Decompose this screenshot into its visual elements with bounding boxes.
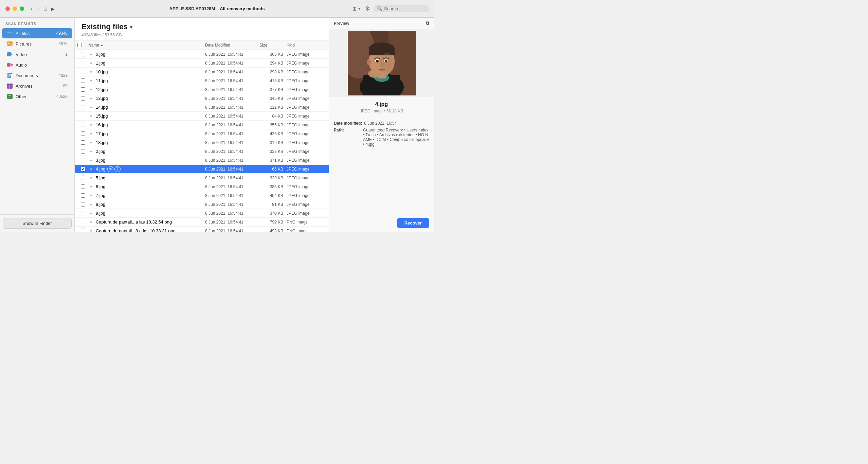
header-date[interactable]: Date Modified (205, 43, 259, 48)
row-checkbox[interactable] (81, 202, 85, 207)
sidebar-item-all-files[interactable]: All files 49346 (2, 28, 72, 38)
table-row[interactable]: ▪ 8.jpg 8 Jun 2021, 16:54:41 81 KB JPEG … (75, 200, 329, 209)
table-row[interactable]: ▪ 15.jpg 8 Jun 2021, 16:54:41 84 KB JPEG… (75, 112, 329, 121)
row-name-cell: ▪ 4.jpg 👁 ⓘ (88, 166, 205, 172)
row-checkbox[interactable] (81, 61, 85, 65)
filter-button[interactable]: ⚙ (365, 5, 370, 12)
table-row[interactable]: ▪ 1.jpg 8 Jun 2021, 16:54:41 294 KB JPEG… (75, 59, 329, 68)
table-row[interactable]: ▪ 14.jpg 8 Jun 2021, 16:54:41 212 KB JPE… (75, 103, 329, 112)
sidebar-item-documents[interactable]: Documents 4829 (2, 70, 72, 81)
sidebar-item-pictures[interactable]: Pictures 3816 (2, 39, 72, 49)
table-row[interactable]: ▪ 17.jpg 8 Jun 2021, 16:54:41 425 KB JPE… (75, 129, 329, 138)
sidebar-item-other[interactable]: Other 40620 (2, 91, 72, 102)
row-date: 8 Jun 2021, 16:54:41 (205, 61, 259, 66)
table-row[interactable]: ▪ 16.jpg 8 Jun 2021, 16:54:41 355 KB JPE… (75, 121, 329, 129)
row-date: 8 Jun 2021, 16:54:41 (205, 52, 259, 57)
row-size: 66 KB (259, 167, 287, 172)
table-row[interactable]: ▪ 12.jpg 8 Jun 2021, 16:54:41 377 KB JPE… (75, 85, 329, 94)
table-row[interactable]: ▪ 6.jpg 8 Jun 2021, 16:54:41 385 KB JPEG… (75, 182, 329, 191)
row-checkbox-cell (77, 176, 88, 180)
row-checkbox[interactable] (81, 229, 85, 232)
row-checkbox[interactable] (81, 114, 85, 118)
row-checkbox[interactable] (81, 87, 85, 92)
table-row[interactable]: ▪ 4.jpg 👁 ⓘ 8 Jun 2021, 16:54:41 66 KB J… (75, 165, 329, 174)
minimize-button[interactable] (13, 6, 17, 11)
row-checkbox[interactable] (81, 184, 85, 189)
row-filename: 13.jpg (96, 96, 108, 101)
sidebar-item-audio[interactable]: Audio (2, 60, 72, 70)
table-row[interactable]: ▪ 13.jpg 8 Jun 2021, 16:54:41 345 KB JPE… (75, 94, 329, 103)
row-checkbox[interactable] (81, 105, 85, 109)
header-kind-label: Kind (287, 43, 295, 48)
table-row[interactable]: ▪ 5.jpg 8 Jun 2021, 16:54:41 329 KB JPEG… (75, 174, 329, 182)
file-table: Name ▲ Date Modified Size Kind ▪ 0.jpg (75, 40, 329, 232)
file-icon: ▪ (88, 211, 94, 216)
header-size[interactable]: Size (259, 43, 287, 48)
row-checkbox[interactable] (81, 96, 85, 101)
home-button[interactable]: ⌂ (43, 5, 47, 12)
row-kind: PNG image (287, 220, 321, 225)
row-kind: JPEG image (287, 140, 321, 145)
row-size: 294 KB (259, 61, 287, 66)
row-checkbox[interactable] (81, 167, 85, 171)
table-row[interactable]: ▪ 0.jpg 8 Jun 2021, 16:54:41 365 KB JPEG… (75, 50, 329, 59)
show-in-finder-button[interactable]: Show in Finder (3, 218, 72, 229)
row-date: 8 Jun 2021, 16:54:41 (205, 220, 259, 225)
row-checkbox[interactable] (81, 131, 85, 136)
search-bar: 🔍 (374, 5, 429, 12)
row-checkbox[interactable] (81, 211, 85, 215)
header-name[interactable]: Name ▲ (88, 43, 205, 48)
row-name-cell: ▪ 8.jpg (88, 202, 205, 207)
row-date: 8 Jun 2021, 16:54:41 (205, 184, 259, 189)
table-row[interactable]: ▪ 7.jpg 8 Jun 2021, 16:54:41 404 KB JPEG… (75, 191, 329, 200)
row-checkbox[interactable] (81, 158, 85, 162)
file-icon: ▪ (88, 78, 94, 84)
row-checkbox-cell (77, 167, 88, 171)
forward-button[interactable]: › (36, 5, 40, 13)
row-checkbox[interactable] (81, 123, 85, 127)
content-title-chevron-icon[interactable]: ▾ (130, 24, 132, 30)
search-input[interactable] (384, 6, 426, 11)
back-button[interactable]: ‹ (30, 5, 34, 13)
other-icon (7, 93, 13, 100)
table-row[interactable]: ▪ Captura de pantall...a las 10.32.54.pn… (75, 218, 329, 227)
preview-image-container (329, 29, 434, 97)
row-checkbox[interactable] (81, 220, 85, 224)
row-checkbox[interactable] (81, 70, 85, 74)
sidebar-item-video[interactable]: Video 1 (2, 49, 72, 59)
table-row[interactable]: ▪ 11.jpg 8 Jun 2021, 16:54:41 413 KB JPE… (75, 76, 329, 85)
row-kind: JPEG image (287, 131, 321, 136)
play-button[interactable]: ▶ (51, 6, 55, 12)
select-all-checkbox[interactable] (77, 43, 82, 47)
row-checkbox[interactable] (81, 52, 85, 56)
row-date: 8 Jun 2021, 16:54:41 (205, 70, 259, 74)
close-button[interactable] (5, 6, 10, 11)
row-size: 413 KB (259, 78, 287, 83)
row-checkbox[interactable] (81, 149, 85, 154)
row-checkbox-cell (77, 52, 88, 56)
row-checkbox[interactable] (81, 78, 85, 83)
document-icon (7, 72, 13, 78)
preview-icon[interactable]: 👁 (107, 166, 113, 172)
table-row[interactable]: ▪ 10.jpg 8 Jun 2021, 16:54:41 298 KB JPE… (75, 68, 329, 76)
preview-header-label: Preview (334, 21, 349, 26)
table-row[interactable]: ▪ 3.jpg 8 Jun 2021, 16:54:41 371 KB JPEG… (75, 156, 329, 165)
sidebar-item-archives[interactable]: Archives 80 (2, 81, 72, 91)
row-checkbox-cell (77, 211, 88, 215)
table-row[interactable]: ▪ Captura de pantall...8 a las 10.33.31.… (75, 227, 329, 232)
info-icon[interactable]: ⓘ (114, 166, 121, 172)
sidebar-item-count: 80 (63, 84, 68, 88)
table-row[interactable]: ▪ 9.jpg 8 Jun 2021, 16:54:41 370 KB JPEG… (75, 209, 329, 218)
recover-button[interactable]: Recover (397, 218, 429, 228)
content-header: Existing files ▾ 49346 files / 53,56 GB (75, 18, 329, 40)
row-checkbox[interactable] (81, 193, 85, 198)
table-row[interactable]: ▪ 18.jpg 8 Jun 2021, 16:54:41 319 KB JPE… (75, 138, 329, 147)
row-kind: JPEG image (287, 78, 321, 83)
header-kind[interactable]: Kind (287, 43, 321, 48)
table-row[interactable]: ▪ 2.jpg 8 Jun 2021, 16:54:41 333 KB JPEG… (75, 147, 329, 156)
row-filename: 4.jpg (96, 166, 105, 172)
row-checkbox[interactable] (81, 176, 85, 180)
maximize-button[interactable] (20, 6, 24, 11)
row-checkbox[interactable] (81, 140, 85, 145)
view-toggle-button[interactable]: ⊞ ▼ (352, 6, 361, 12)
